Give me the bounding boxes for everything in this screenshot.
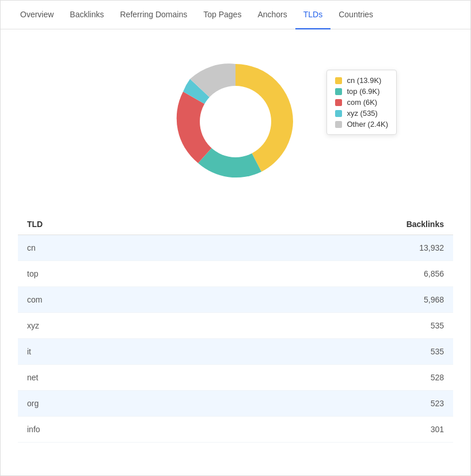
nav-tab-anchors[interactable]: Anchors: [249, 1, 295, 29]
nav-tabs: OverviewBacklinksReferring DomainsTop Pa…: [1, 1, 470, 29]
tld-cell: xyz: [27, 321, 39, 330]
col-backlinks-header: Backlinks: [407, 220, 444, 229]
table-row: org 523: [18, 391, 453, 417]
tooltip-color-other: [335, 121, 342, 128]
backlinks-cell: 6,856: [424, 269, 444, 278]
tooltip-item-cn: cn (13.9K): [335, 76, 388, 85]
table-row: top 6,856: [18, 261, 453, 287]
tooltip-item-com: com (6K): [335, 98, 388, 107]
svg-point-0: [200, 86, 271, 157]
main-content: cn (13.9K) top (6.9K) com (6K) xyz (535)…: [1, 29, 470, 454]
donut-chart: cn (13.9K) top (6.9K) com (6K) xyz (535)…: [166, 52, 305, 191]
nav-tab-referring-domains[interactable]: Referring Domains: [112, 1, 196, 29]
tld-cell: cn: [27, 243, 36, 252]
tooltip-item-other: Other (2.4K): [335, 120, 388, 129]
tooltip-label-other: Other (2.4K): [347, 120, 388, 129]
table-row: net 528: [18, 365, 453, 391]
donut-svg: [166, 52, 305, 191]
tooltip-color-xyz: [335, 110, 342, 117]
nav-tab-countries[interactable]: Countries: [331, 1, 381, 29]
tooltip-item-xyz: xyz (535): [335, 109, 388, 118]
backlinks-cell: 528: [431, 373, 444, 382]
tooltip-label-cn: cn (13.9K): [347, 76, 381, 85]
tooltip-label-top: top (6.9K): [347, 87, 379, 96]
tld-cell: info: [27, 425, 40, 434]
backlinks-cell: 13,932: [419, 243, 444, 252]
nav-tab-overview[interactable]: Overview: [12, 1, 62, 29]
col-tld-header: TLD: [27, 220, 43, 229]
table-body: cn 13,932 top 6,856 com 5,968 xyz 535 it…: [18, 235, 453, 443]
nav-tab-backlinks[interactable]: Backlinks: [62, 1, 112, 29]
chart-tooltip: cn (13.9K) top (6.9K) com (6K) xyz (535)…: [326, 70, 397, 135]
backlinks-cell: 523: [431, 399, 444, 408]
tld-cell: com: [27, 295, 42, 304]
table-row: info 301: [18, 417, 453, 443]
nav-tab-tlds[interactable]: TLDs: [295, 1, 331, 29]
tooltip-item-top: top (6.9K): [335, 87, 388, 96]
tld-cell: org: [27, 399, 39, 408]
tooltip-label-xyz: xyz (535): [347, 109, 377, 118]
tooltip-label-com: com (6K): [347, 98, 377, 107]
table-row: it 535: [18, 339, 453, 365]
tld-cell: top: [27, 269, 38, 278]
table-header: TLD Backlinks: [18, 214, 453, 235]
backlinks-cell: 535: [431, 321, 444, 330]
tooltip-color-top: [335, 88, 342, 95]
backlinks-cell: 5,968: [424, 295, 444, 304]
table-row: xyz 535: [18, 313, 453, 339]
nav-tab-top-pages[interactable]: Top Pages: [195, 1, 249, 29]
tld-cell: net: [27, 373, 38, 382]
tooltip-color-com: [335, 99, 342, 106]
backlinks-cell: 301: [431, 425, 444, 434]
table-row: cn 13,932: [18, 235, 453, 261]
chart-container: cn (13.9K) top (6.9K) com (6K) xyz (535)…: [18, 41, 453, 208]
table-row: com 5,968: [18, 287, 453, 313]
data-table: TLD Backlinks cn 13,932 top 6,856 com 5,…: [18, 214, 453, 443]
tooltip-color-cn: [335, 77, 342, 84]
tld-cell: it: [27, 347, 31, 356]
backlinks-cell: 535: [431, 347, 444, 356]
